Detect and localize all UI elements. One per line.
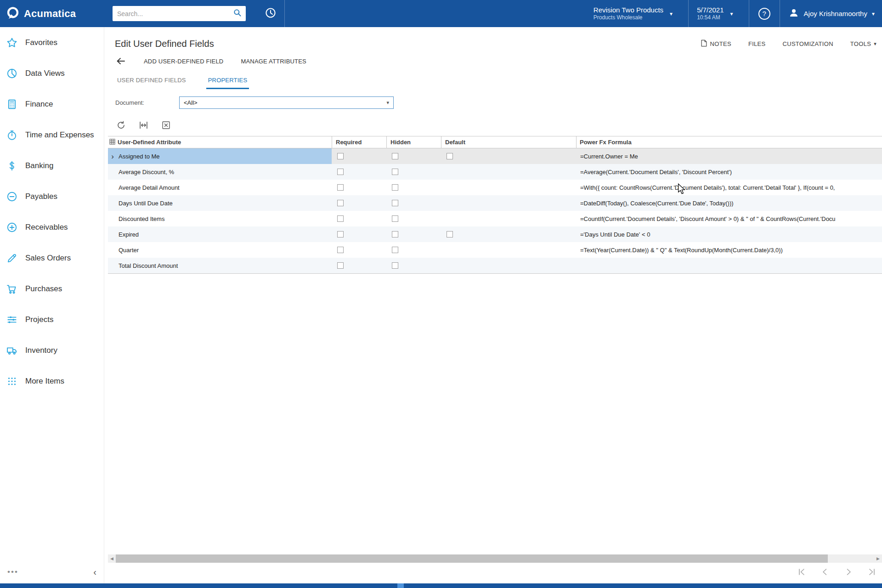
row-expander[interactable]	[108, 226, 117, 242]
attribute-cell[interactable]: Total Discount Amount	[117, 258, 332, 273]
column-header-attribute[interactable]: User-Defined Attribute	[108, 136, 332, 148]
required-checkbox[interactable]	[337, 200, 344, 206]
formula-cell[interactable]	[576, 258, 882, 273]
row-expander[interactable]	[108, 164, 117, 180]
previous-page-button[interactable]	[820, 567, 830, 577]
attribute-cell[interactable]: Discounted Items	[117, 211, 332, 226]
column-header-hidden[interactable]: Hidden	[386, 136, 441, 148]
required-checkbox[interactable]	[337, 215, 344, 222]
attribute-cell[interactable]: Average Discount, %	[117, 164, 332, 180]
search-icon[interactable]	[233, 8, 242, 19]
back-button[interactable]	[115, 56, 126, 67]
formula-cell[interactable]: =CountIf(Current.'Document Details', 'Di…	[576, 211, 882, 226]
collapse-sidebar-icon[interactable]: ‹	[93, 567, 96, 577]
hidden-checkbox[interactable]	[392, 215, 398, 222]
scroll-left-icon[interactable]: ◀	[108, 554, 116, 563]
column-header-formula[interactable]: Power Fx Formula	[576, 136, 882, 148]
user-menu[interactable]: Ajoy Krishnamoorthy ▾	[780, 0, 882, 27]
formula-cell[interactable]: =Current.Owner = Me	[576, 148, 882, 164]
row-expander[interactable]	[108, 211, 117, 226]
company-selector[interactable]: Revision Two Products Products Wholesale…	[585, 0, 681, 27]
formula-cell[interactable]: =Text(Year(Current.Date)) & " Q" & Text(…	[576, 242, 882, 258]
attribute-cell[interactable]: Expired	[117, 226, 332, 242]
tab-user-defined-fields[interactable]: USER DEFINED FIELDS	[115, 77, 188, 89]
sidebar-item-inventory[interactable]: Inventory	[0, 335, 104, 366]
sidebar-item-receivables[interactable]: Receivables	[0, 212, 104, 243]
sidebar-item-payables[interactable]: Payables	[0, 181, 104, 212]
more-options-icon[interactable]: •••	[7, 567, 18, 577]
sidebar-item-favorites[interactable]: Favorites	[0, 27, 104, 58]
row-expander[interactable]	[108, 148, 117, 164]
scrollbar-track[interactable]	[828, 554, 874, 563]
hidden-checkbox[interactable]	[392, 247, 398, 253]
row-expander[interactable]	[108, 195, 117, 211]
hidden-checkbox[interactable]	[392, 184, 398, 191]
sidebar-item-more-items[interactable]: More Items	[0, 366, 104, 396]
scroll-right-icon[interactable]: ▶	[874, 554, 882, 563]
help-button[interactable]: ?	[758, 8, 770, 20]
tools-link[interactable]: TOOLS ▾	[850, 40, 876, 47]
horizontal-scrollbar[interactable]: ◀ ▶	[108, 554, 882, 563]
default-checkbox[interactable]	[447, 231, 453, 237]
hidden-checkbox[interactable]	[392, 262, 398, 269]
hidden-checkbox[interactable]	[392, 231, 398, 237]
default-checkbox[interactable]	[447, 153, 453, 159]
sidebar-item-sales-orders[interactable]: Sales Orders	[0, 243, 104, 273]
required-checkbox[interactable]	[337, 247, 344, 253]
table-row[interactable]: Average Discount, % =Average(Current.'Do…	[108, 164, 882, 180]
scrollbar-thumb[interactable]	[116, 554, 828, 563]
row-expander[interactable]	[108, 180, 117, 195]
table-row[interactable]: Average Detail Amount =With({ count: Cou…	[108, 180, 882, 195]
row-expander[interactable]	[108, 258, 117, 273]
document-select[interactable]: <All> ▾	[179, 96, 394, 109]
formula-cell[interactable]: ='Days Until Due Date' < 0	[576, 226, 882, 242]
customization-link[interactable]: CUSTOMIZATION	[783, 40, 833, 47]
required-checkbox[interactable]	[337, 231, 344, 237]
last-page-button[interactable]	[867, 567, 876, 577]
attribute-cell[interactable]: Quarter	[117, 242, 332, 258]
column-header-default[interactable]: Default	[441, 136, 576, 148]
add-user-defined-field-button[interactable]: ADD USER-DEFINED FIELD	[144, 58, 223, 65]
hidden-checkbox[interactable]	[392, 153, 398, 159]
search-input[interactable]	[117, 10, 233, 17]
grid-settings-icon[interactable]	[109, 139, 115, 146]
table-row[interactable]: Total Discount Amount	[108, 258, 882, 273]
business-date-button[interactable]	[264, 6, 277, 21]
next-page-button[interactable]	[844, 567, 853, 577]
table-row[interactable]: Discounted Items =CountIf(Current.'Docum…	[108, 211, 882, 226]
attribute-cell[interactable]: Assigned to Me	[117, 148, 332, 164]
hidden-checkbox[interactable]	[392, 169, 398, 175]
attribute-cell[interactable]: Days Until Due Date	[117, 195, 332, 211]
sidebar-item-banking[interactable]: Banking	[0, 150, 104, 181]
attribute-cell[interactable]: Average Detail Amount	[117, 180, 332, 195]
brand-logo[interactable]: Acumatica	[0, 0, 104, 27]
manage-attributes-button[interactable]: MANAGE ATTRIBUTES	[241, 58, 306, 65]
export-excel-icon[interactable]	[161, 120, 171, 130]
table-row[interactable]: Quarter =Text(Year(Current.Date)) & " Q"…	[108, 242, 882, 258]
formula-cell[interactable]: =Average(Current.'Document Details', 'Di…	[576, 164, 882, 180]
fit-width-icon[interactable]	[139, 120, 148, 130]
business-date-selector[interactable]: 5/7/2021 10:54 AM ▾	[689, 0, 741, 27]
tab-properties[interactable]: PROPERTIES	[206, 77, 249, 89]
sidebar-item-time-and-expenses[interactable]: Time and Expenses	[0, 119, 104, 150]
required-checkbox[interactable]	[337, 262, 344, 269]
formula-cell[interactable]: =With({ count: CountRows(Current.'Docume…	[576, 180, 882, 195]
first-page-button[interactable]	[797, 567, 806, 577]
sidebar-item-purchases[interactable]: Purchases	[0, 273, 104, 304]
table-row[interactable]: Days Until Due Date =DateDiff(Today(), C…	[108, 195, 882, 211]
required-checkbox[interactable]	[337, 153, 344, 159]
refresh-icon[interactable]	[116, 120, 126, 130]
required-checkbox[interactable]	[337, 169, 344, 175]
sidebar-item-projects[interactable]: Projects	[0, 304, 104, 335]
sidebar-item-finance[interactable]: Finance	[0, 89, 104, 119]
sidebar-item-data-views[interactable]: Data Views	[0, 58, 104, 89]
files-link[interactable]: FILES	[748, 40, 766, 47]
column-header-required[interactable]: Required	[332, 136, 386, 148]
row-expander[interactable]	[108, 242, 117, 258]
formula-cell[interactable]: =DateDiff(Today(), Coalesce(Current.'Due…	[576, 195, 882, 211]
table-row[interactable]: Expired ='Days Until Due Date' < 0	[108, 226, 882, 242]
global-search[interactable]	[113, 6, 246, 21]
hidden-checkbox[interactable]	[392, 200, 398, 206]
table-row[interactable]: Assigned to Me =Current.Owner = Me	[108, 148, 882, 164]
notes-link[interactable]: NOTES	[701, 40, 731, 48]
